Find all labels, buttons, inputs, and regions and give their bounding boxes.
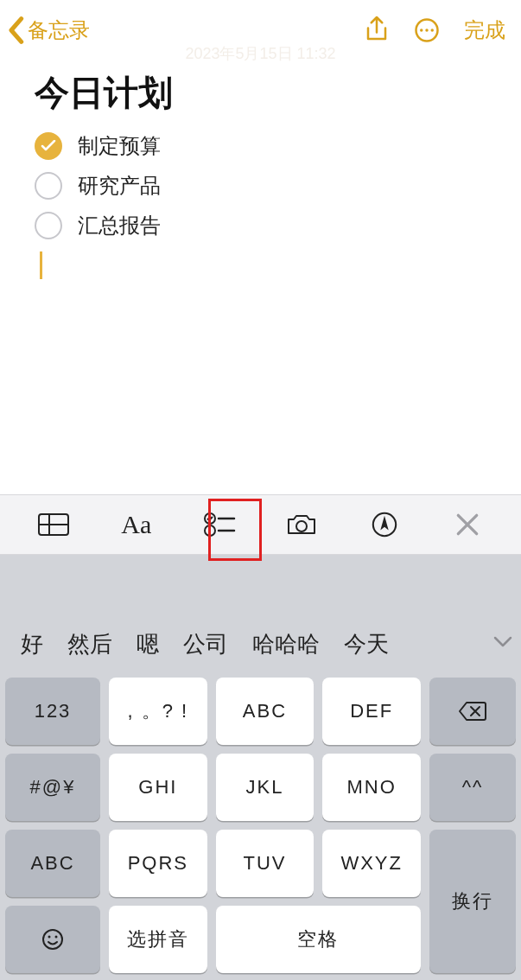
key-ghi[interactable]: GHI (109, 754, 207, 821)
svg-point-13 (43, 930, 62, 949)
svg-point-1 (420, 29, 423, 32)
keyboard-gap (0, 555, 521, 615)
checklist-item[interactable]: 制定预算 (35, 132, 486, 160)
suggestion-candidate[interactable]: 公司 (171, 629, 240, 659)
share-icon[interactable] (364, 15, 390, 46)
format-toolbar: Aa (0, 494, 521, 555)
key-123[interactable]: 123 (5, 678, 100, 745)
svg-point-9 (205, 525, 215, 536)
key-wxyz[interactable]: WXYZ (322, 830, 421, 897)
dismiss-keyboard-button[interactable] (446, 506, 489, 544)
suggestion-candidate[interactable]: 今天 (332, 629, 401, 659)
text-format-button[interactable]: Aa (115, 506, 158, 544)
note-title[interactable]: 今日计划 (35, 69, 486, 117)
key-def[interactable]: DEF (322, 678, 421, 745)
table-button[interactable] (32, 506, 75, 544)
key-abc-mode[interactable]: ABC (5, 830, 100, 897)
checkbox-checked-icon[interactable] (35, 132, 62, 160)
svg-point-2 (425, 29, 429, 32)
back-label: 备忘录 (28, 16, 90, 44)
note-content[interactable]: 今日计划 制定预算研究产品汇总报告 (0, 60, 521, 279)
backspace-icon (458, 701, 487, 722)
checklist-item-text[interactable]: 汇总报告 (78, 212, 161, 239)
checkbox-empty-icon[interactable] (35, 212, 62, 239)
camera-button[interactable] (280, 506, 323, 544)
key-pinyin[interactable]: 选拼音 (109, 906, 207, 973)
key-pqrs[interactable]: PQRS (109, 830, 207, 897)
suggestion-bar: 好然后嗯公司哈哈哈今天 (0, 615, 521, 672)
key-space[interactable]: 空格 (216, 906, 421, 973)
emoji-icon (41, 927, 65, 951)
checklist-button[interactable] (198, 506, 241, 544)
key-mno[interactable]: MNO (322, 754, 421, 821)
back-button[interactable]: 备忘录 (7, 16, 90, 45)
key-kaomoji[interactable]: ^^ (429, 754, 516, 821)
checklist-item-text[interactable]: 研究产品 (78, 172, 161, 200)
suggestion-candidate[interactable]: 哈哈哈 (240, 629, 332, 659)
key-abc[interactable]: ABC (216, 678, 315, 745)
markup-button[interactable] (363, 506, 406, 544)
key-punct[interactable]: , 。? ! (109, 678, 207, 745)
text-cursor (40, 251, 42, 279)
svg-point-11 (296, 521, 307, 531)
checkbox-empty-icon[interactable] (35, 172, 62, 200)
more-icon[interactable] (414, 15, 440, 46)
key-return[interactable]: 换行 (429, 830, 516, 973)
checklist-item-text[interactable]: 制定预算 (78, 132, 161, 160)
suggestion-candidate[interactable]: 嗯 (124, 629, 171, 659)
suggestion-candidate[interactable]: 然后 (55, 629, 124, 659)
key-jkl[interactable]: JKL (216, 754, 315, 821)
key-emoji[interactable] (5, 906, 100, 973)
svg-point-3 (431, 29, 435, 32)
checklist-item[interactable]: 研究产品 (35, 172, 486, 200)
chevron-left-icon (7, 16, 24, 45)
suggestion-candidate[interactable]: 好 (9, 629, 55, 659)
expand-suggestions-button[interactable] (493, 636, 512, 652)
done-button[interactable]: 完成 (464, 16, 505, 44)
keyboard: 123 , 。? ! ABC DEF #@¥ GHI JKL MNO ^^ AB… (0, 672, 521, 980)
checklist-item[interactable]: 汇总报告 (35, 212, 486, 239)
svg-point-15 (55, 936, 58, 939)
key-backspace[interactable] (429, 678, 516, 745)
key-tuv[interactable]: TUV (216, 830, 315, 897)
key-symbols[interactable]: #@¥ (5, 754, 100, 821)
svg-point-14 (48, 936, 51, 939)
navbar: 备忘录 完成 (0, 0, 521, 60)
